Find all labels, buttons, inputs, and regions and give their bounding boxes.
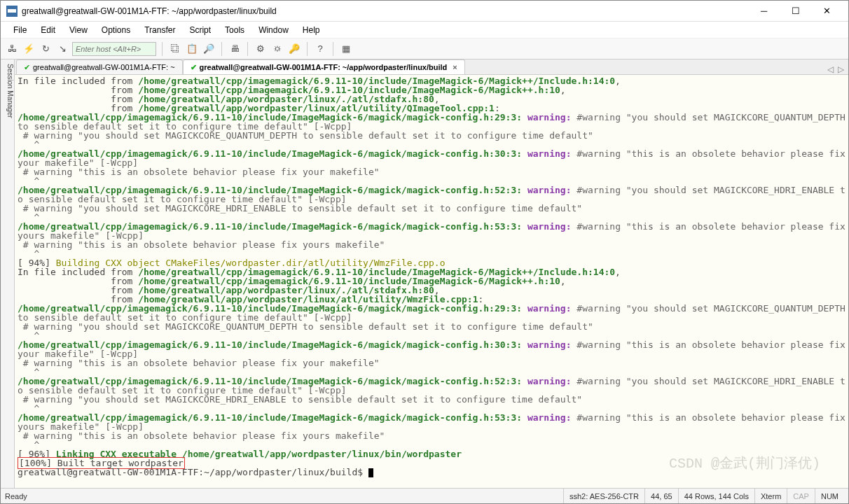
separator xyxy=(307,42,308,56)
menu-transfer[interactable]: Transfer xyxy=(139,24,181,36)
quick-connect-icon[interactable]: ⚡ xyxy=(22,42,36,56)
toolbar: 🖧 ⚡ ↻ ↘ ⿻ 📋 🔎 🖶 ⚙ ⛭ 🔑 ? ▦ xyxy=(1,38,848,59)
tab-prev-icon[interactable]: ◁ xyxy=(827,64,834,74)
print-icon[interactable]: 🖶 xyxy=(228,42,242,56)
terminal-output: In file included from /home/greatwall/cp… xyxy=(18,76,847,477)
paste-icon[interactable]: 📋 xyxy=(185,42,199,56)
terminal[interactable]: In file included from /home/greatwall/cp… xyxy=(15,75,848,488)
sessions-icon[interactable]: 🖧 xyxy=(5,42,19,56)
separator xyxy=(221,42,222,56)
menu-options[interactable]: Options xyxy=(96,24,136,36)
tab-next-icon[interactable]: ▷ xyxy=(838,64,844,74)
status-termtype: Xterm xyxy=(754,489,787,503)
status-connection: ssh2: AES-256-CTR xyxy=(563,489,644,503)
host-input[interactable] xyxy=(72,42,156,56)
svg-rect-2 xyxy=(8,7,16,9)
status-ready: Ready xyxy=(5,492,27,500)
disconnect-icon[interactable]: ↘ xyxy=(55,42,69,56)
session-options-icon[interactable]: ⛭ xyxy=(270,42,284,56)
cursor xyxy=(368,468,373,477)
window-title: greatwall@greatwall-GW-001M1A-FTF: ~/app… xyxy=(22,6,748,16)
tab-label: greatwall@greatwall-GW-001M1A-FTF: ~/app… xyxy=(200,63,448,71)
statusbar: Ready ssh2: AES-256-CTR 44, 65 44 Rows, … xyxy=(1,488,848,503)
menu-edit[interactable]: Edit xyxy=(35,24,61,36)
status-size: 44 Rows, 144 Cols xyxy=(678,489,754,503)
tile-icon[interactable]: ▦ xyxy=(339,42,353,56)
tab-navigation: ◁▷ xyxy=(827,64,848,74)
menu-view[interactable]: View xyxy=(64,24,93,36)
find-icon[interactable]: 🔎 xyxy=(202,42,216,56)
tabbar: ✔greatwall@greatwall-GW-001M1A-FTF: ~ ✔g… xyxy=(15,59,848,75)
help-icon[interactable]: ? xyxy=(313,42,327,56)
minimize-button[interactable]: ─ xyxy=(748,1,780,21)
tab-session-2[interactable]: ✔greatwall@greatwall-GW-001M1A-FTF: ~/ap… xyxy=(183,59,465,74)
titlebar: greatwall@greatwall-GW-001M1A-FTF: ~/app… xyxy=(1,1,848,22)
status-position: 44, 65 xyxy=(644,489,678,503)
tab-session-1[interactable]: ✔greatwall@greatwall-GW-001M1A-FTF: ~ xyxy=(16,59,183,74)
copy-icon[interactable]: ⿻ xyxy=(168,42,182,56)
close-tab-icon[interactable]: × xyxy=(453,63,457,71)
menubar: File Edit View Options Transfer Script T… xyxy=(1,22,848,38)
status-caps: CAP xyxy=(787,489,815,503)
status-num: NUM xyxy=(815,489,844,503)
menu-window[interactable]: Window xyxy=(253,24,294,36)
menu-file[interactable]: File xyxy=(8,24,32,36)
check-icon: ✔ xyxy=(191,63,197,72)
menu-help[interactable]: Help xyxy=(297,24,326,36)
separator xyxy=(247,42,248,56)
menu-script[interactable]: Script xyxy=(184,24,216,36)
app-icon xyxy=(6,6,18,17)
maximize-button[interactable]: ☐ xyxy=(780,1,811,21)
session-manager-tab[interactable]: Session Manager xyxy=(1,59,15,488)
separator xyxy=(333,42,333,56)
keymap-icon[interactable]: 🔑 xyxy=(287,42,301,56)
options-icon[interactable]: ⚙ xyxy=(254,42,268,56)
tab-label: greatwall@greatwall-GW-001M1A-FTF: ~ xyxy=(33,63,175,71)
check-icon: ✔ xyxy=(24,63,30,72)
reconnect-icon[interactable]: ↻ xyxy=(39,42,53,56)
menu-tools[interactable]: Tools xyxy=(219,24,250,36)
close-button[interactable]: ✕ xyxy=(811,1,843,21)
separator xyxy=(162,42,163,56)
